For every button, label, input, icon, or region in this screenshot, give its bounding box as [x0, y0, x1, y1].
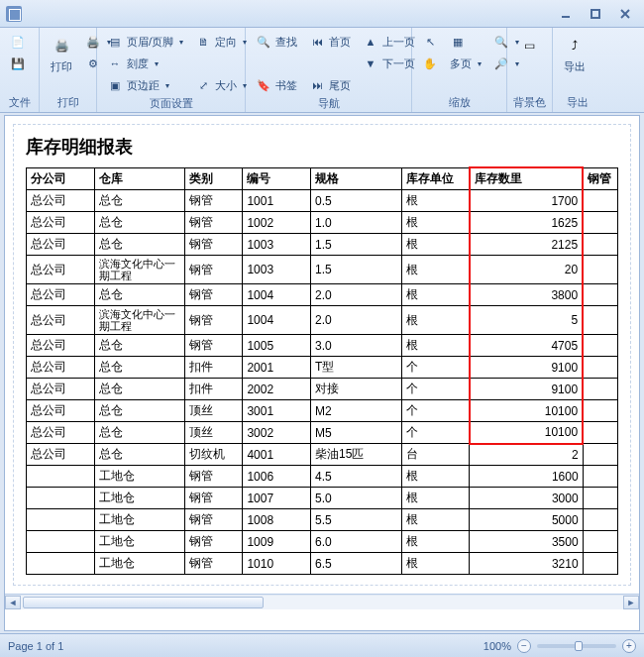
table-cell: 10100 [470, 422, 583, 444]
table-row: 总公司总仓钢管10031.5根2125 [27, 234, 618, 256]
table-cell: 总仓 [94, 357, 185, 379]
zoom-minus-button[interactable]: − [517, 639, 531, 653]
orientation-button[interactable]: 🗎定向▾ [191, 32, 251, 52]
scroll-thumb[interactable] [23, 597, 264, 608]
table-cell [583, 422, 617, 444]
group-file-label: 文件 [6, 94, 33, 110]
horizontal-scrollbar[interactable]: ◄ ► [5, 594, 639, 609]
table-row: 工地仓钢管10075.0根3000 [27, 488, 618, 509]
header-footer-button[interactable]: ▤页眉/页脚▾ [103, 32, 187, 52]
hand-tool-button[interactable]: ✋ [418, 54, 442, 73]
group-bg-label: 背景色 [513, 94, 546, 110]
multipage-icon: ▦ [450, 34, 466, 50]
table-cell: 总公司 [27, 357, 95, 379]
print-button[interactable]: 🖨️ 打印 [46, 32, 77, 76]
size-icon: ⤢ [195, 77, 211, 93]
table-cell: 3800 [470, 284, 583, 306]
table-cell: 1003 [243, 256, 311, 284]
table-cell [583, 335, 617, 357]
table-cell: 根 [401, 466, 470, 488]
hand-icon: ✋ [422, 55, 438, 71]
table-cell: 钢管 [185, 190, 243, 212]
save-button[interactable]: 💾 [6, 54, 30, 73]
table-cell: 工地仓 [94, 488, 185, 509]
table-cell [27, 531, 95, 553]
table-cell [583, 234, 617, 256]
pointer-tool-button[interactable]: ↖ [418, 32, 442, 52]
scroll-right-button[interactable]: ► [623, 596, 639, 609]
table-cell: 钢管 [185, 306, 243, 335]
next-page-button[interactable]: ▼下一页 [359, 54, 419, 73]
table-cell: 根 [401, 284, 470, 306]
table-cell: 钢管 [185, 531, 243, 553]
find-button[interactable]: 🔍查找 [252, 32, 301, 52]
maximize-button[interactable] [583, 6, 608, 22]
minimize-button[interactable] [553, 6, 579, 22]
table-cell: 10100 [470, 400, 583, 422]
table-row: 总公司总仓顶丝3002M5个10100 [27, 422, 618, 444]
table-cell: 1006 [243, 466, 311, 488]
table-cell: 9100 [470, 379, 583, 400]
table-cell: 滨海文化中心一期工程 [94, 256, 185, 284]
title-bar [0, 0, 644, 28]
table-cell: 总公司 [27, 335, 95, 357]
table-cell: 1009 [243, 531, 311, 553]
table-row: 总公司总仓顶丝3001M2个10100 [27, 400, 618, 422]
save-icon: 💾 [10, 55, 26, 71]
table-cell: 钢管 [185, 553, 243, 575]
table-cell: 顶丝 [185, 422, 243, 444]
table-cell: 3500 [470, 531, 583, 553]
table-cell: 钢管 [185, 488, 243, 509]
table-cell: 钢管 [185, 256, 243, 284]
table-cell [583, 357, 617, 379]
size-button[interactable]: ⤢大小▾ [191, 75, 251, 95]
scroll-left-button[interactable]: ◄ [5, 596, 21, 609]
table-cell: 工地仓 [94, 509, 185, 531]
scroll-track[interactable] [21, 596, 623, 609]
table-cell: 1.0 [311, 212, 402, 234]
table-row: 总公司滨海文化中心一期工程钢管10031.5根20 [27, 256, 618, 284]
prev-page-button[interactable]: ▲上一页 [359, 32, 419, 52]
table-cell: 1.5 [311, 256, 402, 284]
table-cell: 总仓 [94, 234, 185, 256]
printer-icon: 🖨️ [50, 34, 73, 57]
table-row: 总公司总仓钢管10021.0根1625 [27, 212, 618, 234]
table-cell: 2.0 [311, 284, 402, 306]
multipage-button[interactable]: ▦ [446, 32, 485, 52]
table-cell: 2001 [243, 357, 311, 379]
table-cell: 5 [470, 306, 583, 335]
table-cell: 根 [401, 234, 470, 256]
table-cell: 总仓 [94, 444, 185, 466]
column-header: 编号 [243, 167, 311, 190]
bgcolor-button[interactable]: ▭ [513, 32, 545, 59]
last-page-button[interactable]: ⏭尾页 [305, 75, 355, 95]
scale-button[interactable]: ↔刻度▾ [103, 54, 187, 73]
close-button[interactable] [612, 6, 638, 22]
next-page-icon: ▼ [363, 55, 378, 71]
table-cell: 工地仓 [94, 553, 185, 575]
first-page-button[interactable]: ⏮首页 [305, 32, 355, 52]
margins-icon: ▣ [107, 77, 123, 93]
table-cell: 钢管 [185, 466, 243, 488]
zoom-slider[interactable] [537, 644, 616, 648]
svg-rect-1 [591, 10, 599, 18]
bookmark-icon: 🔖 [256, 77, 271, 93]
table-cell: 总仓 [94, 284, 185, 306]
bookmark-button[interactable]: 🔖书签 [252, 75, 301, 95]
zoom-slider-thumb[interactable] [575, 641, 583, 651]
table-cell [583, 212, 617, 234]
document-area[interactable]: 库存明细报表 分公司仓库类别编号规格库存单位库存数里钢管总公司总仓钢管10010… [4, 115, 640, 631]
table-cell: 钢管 [185, 234, 243, 256]
table-cell: 顶丝 [185, 400, 243, 422]
table-cell: 3002 [243, 422, 311, 444]
zoom-plus-button[interactable]: + [622, 639, 636, 653]
table-cell: 根 [401, 488, 470, 509]
table-cell: 工地仓 [94, 466, 185, 488]
table-cell [27, 553, 95, 575]
many-page-button[interactable]: 多页▾ [446, 54, 485, 73]
first-page-icon: ⏮ [309, 34, 325, 50]
column-header: 分公司 [27, 167, 95, 190]
export-button[interactable]: ⤴ 导出 [559, 32, 590, 76]
new-button[interactable]: 📄 [6, 32, 30, 52]
margins-button[interactable]: ▣页边距▾ [103, 75, 187, 95]
